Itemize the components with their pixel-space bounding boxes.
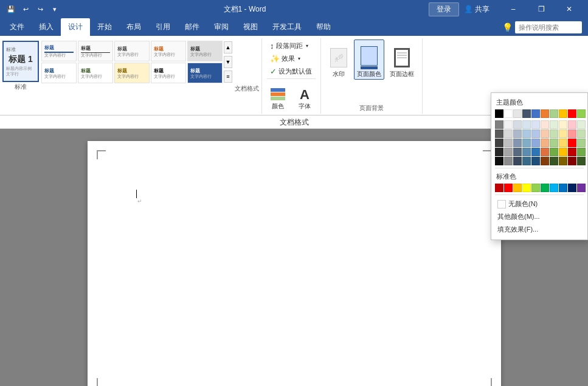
save-icon[interactable]: 💾	[5, 3, 17, 15]
style-item-7[interactable]: 标题 文字内容行	[78, 63, 113, 83]
style-item-8[interactable]: 标题 文字内容行	[114, 63, 150, 83]
tab-layout[interactable]: 布局	[119, 18, 148, 36]
shade-cell[interactable]	[577, 120, 586, 129]
tab-file[interactable]: 文件	[2, 18, 32, 36]
tab-mailings[interactable]: 邮件	[178, 18, 207, 36]
shade-cell[interactable]	[522, 129, 531, 138]
more-colors-item[interactable]: 其他颜色(M)...	[495, 210, 584, 223]
shade-cell[interactable]	[568, 120, 576, 129]
shade-cell[interactable]	[495, 129, 503, 138]
shade-cell[interactable]	[522, 157, 531, 165]
effects-button[interactable]: ✨ 效果 ▾	[267, 52, 316, 64]
shade-cell[interactable]	[568, 157, 576, 165]
color-cell[interactable]	[541, 109, 549, 118]
style-item-2[interactable]: 标题 文字内容行	[78, 41, 113, 61]
tab-design[interactable]: 设计	[61, 18, 90, 36]
color-cell[interactable]	[559, 109, 567, 118]
standard-color-cell[interactable]	[550, 184, 558, 192]
shade-cell[interactable]	[513, 129, 522, 138]
shade-cell[interactable]	[531, 139, 540, 147]
main-style-item[interactable]: 标准 标题 1 标题内容示例文字行	[2, 41, 39, 82]
minimize-button[interactable]: –	[499, 0, 527, 18]
shade-cell[interactable]	[504, 157, 513, 165]
set-default-button[interactable]: ✓ 设为默认值	[267, 65, 316, 77]
login-button[interactable]: 登录	[429, 2, 459, 16]
shade-cell[interactable]	[522, 139, 531, 147]
shade-cell[interactable]	[513, 157, 522, 165]
shade-cell[interactable]	[577, 157, 586, 165]
shade-cell[interactable]	[577, 129, 586, 138]
shade-cell[interactable]	[504, 148, 513, 156]
standard-color-cell[interactable]	[531, 184, 540, 192]
shade-cell[interactable]	[559, 148, 567, 156]
shade-cell[interactable]	[568, 129, 576, 138]
style-item-3[interactable]: 标题 文字内容行	[114, 41, 150, 61]
shade-cell[interactable]	[559, 157, 567, 165]
redo-icon[interactable]: ↪	[34, 3, 46, 15]
shade-cell[interactable]	[550, 139, 558, 147]
standard-color-cell[interactable]	[568, 184, 576, 192]
shade-cell[interactable]	[504, 139, 513, 147]
shade-cell[interactable]	[541, 157, 549, 165]
tab-view[interactable]: 视图	[236, 18, 265, 36]
fill-effects-item[interactable]: 填充效果(F)...	[495, 223, 584, 236]
shade-cell[interactable]	[541, 148, 549, 156]
color-cell[interactable]	[550, 109, 558, 118]
search-input[interactable]	[515, 21, 582, 33]
shade-cell[interactable]	[550, 129, 558, 138]
style-item-9[interactable]: 标题 文字内容行	[151, 63, 186, 83]
tab-home[interactable]: 开始	[90, 18, 119, 36]
shade-cell[interactable]	[541, 120, 549, 129]
shade-cell[interactable]	[522, 120, 531, 129]
standard-color-cell[interactable]	[559, 184, 567, 192]
close-button[interactable]: ✕	[555, 0, 583, 18]
shade-cell[interactable]	[541, 139, 549, 147]
tab-insert[interactable]: 插入	[32, 18, 61, 36]
shade-cell[interactable]	[495, 148, 503, 156]
standard-color-cell[interactable]	[577, 184, 586, 192]
document-page[interactable]: ↵	[88, 141, 501, 386]
shade-cell[interactable]	[550, 120, 558, 129]
shade-cell[interactable]	[504, 120, 513, 129]
standard-color-cell[interactable]	[522, 184, 531, 192]
shade-cell[interactable]	[531, 120, 540, 129]
tab-help[interactable]: 帮助	[309, 18, 338, 36]
shade-cell[interactable]	[495, 139, 503, 147]
shade-cell[interactable]	[513, 148, 522, 156]
shade-cell[interactable]	[495, 157, 503, 165]
style-item-4[interactable]: 标题 文字内容行	[151, 41, 186, 61]
color-cell[interactable]	[504, 109, 513, 118]
gallery-expand[interactable]: ≡	[224, 71, 232, 83]
customize-quick-access-icon[interactable]: ▾	[49, 3, 61, 15]
shade-cell[interactable]	[513, 139, 522, 147]
color-cell[interactable]	[531, 109, 540, 118]
color-cell[interactable]	[513, 109, 522, 118]
paragraph-spacing-button[interactable]: ↕ 段落间距 ▾	[267, 40, 316, 52]
color-cell[interactable]	[568, 109, 576, 118]
restore-button[interactable]: ❒	[527, 0, 555, 18]
standard-color-cell[interactable]	[513, 184, 522, 192]
style-item-1[interactable]: 标题 文字内容行	[41, 41, 77, 61]
gallery-scroll-down[interactable]: ▼	[224, 56, 232, 68]
shade-cell[interactable]	[550, 148, 558, 156]
shade-cell[interactable]	[495, 120, 503, 129]
shade-cell[interactable]	[541, 129, 549, 138]
no-color-item[interactable]: 无颜色(N)	[495, 198, 584, 210]
color-cell[interactable]	[522, 109, 531, 118]
color-cell[interactable]	[495, 109, 503, 118]
page-color-button[interactable]: 页面颜色	[354, 40, 384, 80]
shade-cell[interactable]	[568, 139, 576, 147]
colors-button[interactable]: 颜色	[267, 80, 289, 112]
share-button[interactable]: 👤 共享	[464, 4, 489, 15]
undo-icon[interactable]: ↩	[19, 3, 32, 15]
style-item-5[interactable]: 标题 文字内容行	[187, 41, 223, 61]
tab-developer[interactable]: 开发工具	[265, 18, 309, 36]
watermark-button[interactable]: 水印 水印	[326, 40, 351, 80]
page-border-button[interactable]: 页面边框	[387, 40, 417, 80]
shade-cell[interactable]	[559, 129, 567, 138]
tab-references[interactable]: 引用	[148, 18, 178, 36]
shade-cell[interactable]	[531, 148, 540, 156]
shade-cell[interactable]	[559, 139, 567, 147]
shade-cell[interactable]	[522, 148, 531, 156]
standard-color-cell[interactable]	[504, 184, 513, 192]
